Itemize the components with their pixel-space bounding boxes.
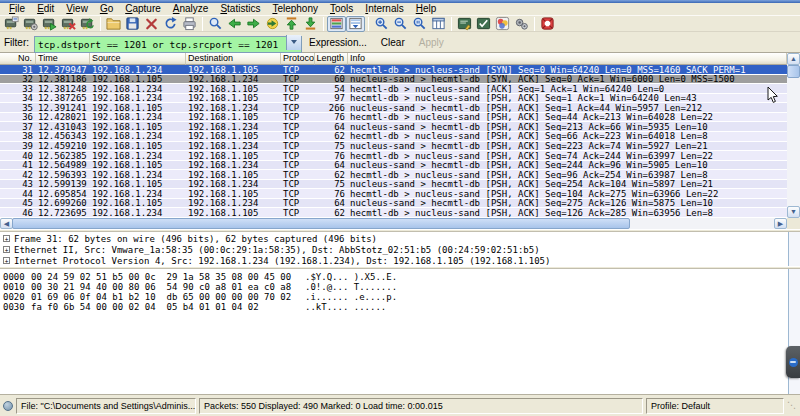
packet-bytes-pane[interactable]: 000000 24 59 02 51 b5 00 0c 29 1a 58 35 … <box>0 269 800 394</box>
menu-help[interactable]: Help <box>410 3 443 15</box>
restart-capture-button[interactable] <box>78 16 97 32</box>
go-to-top-button[interactable] <box>282 16 301 32</box>
menu-analyze[interactable]: Analyze <box>167 3 215 15</box>
packet-row-41[interactable]: 4112.564989192.168.1.105192.168.1.234TCP… <box>0 161 787 171</box>
start-capture-icon <box>42 16 57 31</box>
cell-source: 192.168.1.105 <box>90 122 186 131</box>
save-file-button[interactable] <box>123 16 142 32</box>
packet-row-37[interactable]: 3712.431043192.168.1.105192.168.1.234TCP… <box>0 122 787 132</box>
packet-row-32[interactable]: 3212.381186192.168.1.105192.168.1.234TCP… <box>0 75 787 85</box>
cell-time: 12.428021 <box>36 113 90 122</box>
filter-combobox[interactable] <box>34 34 302 51</box>
column-header-destination[interactable]: Destination <box>186 53 281 65</box>
packet-row-38[interactable]: 3812.456343192.168.1.234192.168.1.105TCP… <box>0 132 787 142</box>
column-header-protocol[interactable]: Protocol <box>281 53 315 65</box>
resize-columns-button[interactable] <box>429 16 448 32</box>
vscroll-thumb[interactable] <box>787 65 800 78</box>
expand-icon[interactable]: + <box>3 235 10 242</box>
packet-row-40[interactable]: 4012.562385192.168.1.234192.168.1.105TCP… <box>0 151 787 161</box>
detail-row-2[interactable]: +Internet Protocol Version 4, Src: 192.1… <box>0 255 800 266</box>
reload-file-button[interactable] <box>161 16 180 32</box>
menu-go[interactable]: Go <box>94 3 119 15</box>
details-scrollbar-gutter[interactable] <box>788 232 800 266</box>
capture-filters-button[interactable] <box>455 16 474 32</box>
menu-internals[interactable]: Internals <box>359 3 409 15</box>
hex-bytes: fa f0 6b 54 00 00 02 04 05 b4 01 01 04 0… <box>31 302 305 312</box>
hex-row-0010[interactable]: 001000 30 21 94 40 00 80 06 54 90 c0 a8 … <box>3 282 800 292</box>
packet-list-pane: No.TimeSourceDestinationProtocolLengthIn… <box>0 53 800 229</box>
detail-row-1[interactable]: +Ethernet II, Src: Vmware_1a:58:35 (00:0… <box>0 244 800 255</box>
zoom-in-button[interactable] <box>372 16 391 32</box>
menu-statistics[interactable]: Statistics <box>214 3 266 15</box>
find-packet-button[interactable] <box>206 16 225 32</box>
zoom-normal-button[interactable] <box>410 16 429 32</box>
expression-button[interactable]: Expression... <box>302 35 374 50</box>
teamviewer-panel-tab[interactable] <box>786 346 800 378</box>
colorize-packets-button[interactable] <box>327 16 346 32</box>
filter-input[interactable] <box>34 36 302 53</box>
column-header-length[interactable]: Length <box>315 53 348 65</box>
start-capture-button[interactable] <box>40 16 59 32</box>
cell-length: 62 <box>315 132 348 141</box>
preferences-button[interactable] <box>512 16 531 32</box>
close-file-button[interactable] <box>142 16 161 32</box>
packet-list-vscrollbar[interactable]: ▲ ▼ <box>787 53 800 218</box>
packet-row-46[interactable]: 4612.723695192.168.1.234192.168.1.105TCP… <box>0 208 787 218</box>
menu-capture[interactable]: Capture <box>119 3 167 15</box>
packet-row-34[interactable]: 3412.387265192.168.1.234192.168.1.105TCP… <box>0 94 787 104</box>
menu-edit[interactable]: Edit <box>31 3 60 15</box>
packet-row-44[interactable]: 4412.695854192.168.1.234192.168.1.105TCP… <box>0 189 787 199</box>
packet-row-39[interactable]: 3912.459210192.168.1.105192.168.1.234TCP… <box>0 142 787 152</box>
packet-row-45[interactable]: 4512.699260192.168.1.105192.168.1.234TCP… <box>0 199 787 209</box>
expert-info-icon[interactable] <box>3 401 13 411</box>
coloring-rules-button[interactable] <box>493 16 512 32</box>
column-header-source[interactable]: Source <box>90 53 186 65</box>
packet-row-31[interactable]: 3112.379947192.168.1.234192.168.1.105TCP… <box>0 65 787 75</box>
menu-telephony[interactable]: Telephony <box>266 3 324 15</box>
expand-icon[interactable]: + <box>3 257 10 264</box>
cell-length: 97 <box>315 94 348 103</box>
print-button[interactable] <box>180 16 199 32</box>
packet-row-33[interactable]: 3312.381248192.168.1.234192.168.1.105TCP… <box>0 84 787 94</box>
go-forward-button[interactable] <box>244 16 263 32</box>
ascii-bytes: .0!.@... T....... <box>305 282 397 292</box>
hscroll-thumb[interactable] <box>12 218 630 229</box>
cell-time: 12.599139 <box>36 180 90 189</box>
hex-row-0000[interactable]: 000000 24 59 02 51 b5 00 0c 29 1a 58 35 … <box>3 272 800 282</box>
apply-button[interactable]: Apply <box>412 35 451 50</box>
detail-row-0[interactable]: +Frame 31: 62 bytes on wire (496 bits), … <box>0 233 800 244</box>
menu-tools[interactable]: Tools <box>324 3 359 15</box>
packet-row-43[interactable]: 4312.599139192.168.1.105192.168.1.234TCP… <box>0 180 787 190</box>
packet-row-42[interactable]: 4212.596393192.168.1.234192.168.1.105TCP… <box>0 170 787 180</box>
display-filters-button[interactable] <box>474 16 493 32</box>
open-file-button[interactable] <box>104 16 123 32</box>
go-to-packet-button[interactable] <box>263 16 282 32</box>
scroll-down-arrow-icon[interactable]: ▼ <box>787 206 800 218</box>
stop-capture-button[interactable] <box>59 16 78 32</box>
scroll-up-arrow-icon[interactable]: ▲ <box>787 53 800 65</box>
packet-list-hscrollbar[interactable]: ◀ ▶ <box>0 218 787 229</box>
cell-protocol: TCP <box>281 199 315 208</box>
zoom-out-button[interactable] <box>391 16 410 32</box>
go-to-bottom-button[interactable] <box>301 16 320 32</box>
column-header-info[interactable]: Info <box>348 53 787 65</box>
menu-view[interactable]: View <box>60 3 94 15</box>
filter-dropdown-button[interactable] <box>286 35 301 50</box>
packet-row-36[interactable]: 3612.428021192.168.1.234192.168.1.105TCP… <box>0 113 787 123</box>
resize-grip[interactable]: ⋱ <box>787 401 797 410</box>
auto-scroll-button[interactable] <box>346 16 365 32</box>
menu-file[interactable]: File <box>3 3 31 15</box>
packet-row-35[interactable]: 3512.391241192.168.1.105192.168.1.234TCP… <box>0 103 787 113</box>
detail-text: Internet Protocol Version 4, Src: 192.16… <box>14 256 550 266</box>
column-header-no[interactable]: No. <box>0 53 36 65</box>
hex-row-0020[interactable]: 002001 69 06 0f 04 b1 b2 10 db 65 00 00 … <box>3 292 800 302</box>
list-interfaces-button[interactable] <box>2 16 21 32</box>
scroll-right-arrow-icon[interactable]: ▶ <box>774 218 787 229</box>
column-header-time[interactable]: Time <box>36 53 90 65</box>
hex-row-0030[interactable]: 0030fa f0 6b 54 00 00 02 04 05 b4 01 01 … <box>3 302 800 312</box>
expand-icon[interactable]: + <box>3 246 10 253</box>
capture-options-button[interactable] <box>21 16 40 32</box>
help-button[interactable] <box>538 16 557 32</box>
clear-button[interactable]: Clear <box>374 35 412 50</box>
go-back-button[interactable] <box>225 16 244 32</box>
